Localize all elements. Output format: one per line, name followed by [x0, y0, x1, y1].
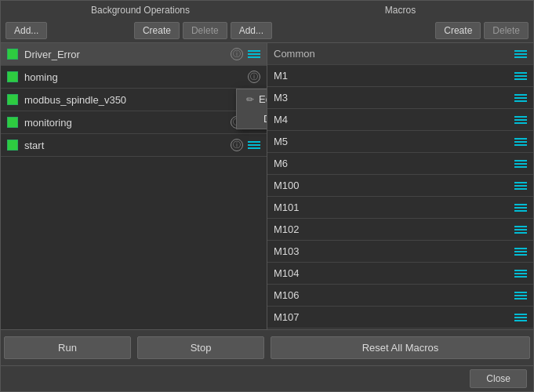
macro-name: M107	[274, 311, 510, 323]
hamburger-icon[interactable]	[514, 138, 527, 146]
macro-name: Common	[274, 48, 510, 60]
hamburger-icon[interactable]	[514, 248, 527, 256]
right-panel: Common M1 M3	[267, 43, 533, 329]
item-name: Driver_Error	[24, 49, 227, 60]
bottom-left: Run Stop	[1, 333, 267, 362]
hamburger-icon[interactable]	[514, 72, 527, 80]
macro-item[interactable]: M106	[267, 285, 533, 307]
macro-name: M3	[274, 92, 510, 103]
hamburger-icon[interactable]	[248, 50, 260, 58]
hamburger-icon[interactable]	[514, 292, 527, 299]
bg-ops-header: Background Operations	[91, 5, 190, 16]
bottom-right: Reset All Macros	[267, 333, 533, 362]
macro-item[interactable]: M107	[267, 307, 533, 328]
item-name: modbus_spindle_v350	[24, 94, 245, 106]
list-item[interactable]: start ⓘ	[1, 134, 267, 157]
status-indicator	[7, 71, 18, 82]
bg-add-button[interactable]: Add...	[5, 22, 47, 39]
list-item[interactable]: monitoring ⓘ	[1, 111, 267, 134]
header-row: Background Operations Macros	[1, 1, 533, 19]
macro-name: M5	[274, 136, 510, 147]
info-icon[interactable]: ⓘ	[248, 71, 260, 83]
bottom-row: Run Stop Reset All Macros	[1, 329, 533, 365]
close-row: Close	[1, 365, 533, 391]
info-icon[interactable]: ⓘ	[231, 139, 243, 151]
macro-item[interactable]: M100	[267, 175, 533, 197]
macro-name: M4	[274, 114, 510, 125]
info-icon[interactable]: ⓘ	[231, 48, 243, 60]
status-indicator	[7, 94, 18, 105]
stop-button[interactable]: Stop	[137, 336, 264, 359]
toolbar-left: Add... Create Delete Add...	[5, 22, 272, 39]
reset-all-macros-button[interactable]: Reset All Macros	[271, 336, 530, 359]
macro-name: M101	[274, 201, 510, 213]
macro-name: M6	[274, 158, 510, 169]
pencil-icon: ✏	[246, 94, 254, 105]
macro-item[interactable]: M3	[267, 87, 533, 109]
hamburger-icon[interactable]	[514, 182, 527, 190]
macro-name: M102	[274, 223, 510, 235]
hamburger-icon[interactable]	[248, 141, 260, 149]
macro-name: M103	[274, 245, 510, 257]
bg-ops-list: Driver_Error ⓘ homing ⓘ modbus_spindle_v…	[1, 43, 267, 329]
hamburger-icon[interactable]	[514, 160, 527, 168]
hamburger-icon[interactable]	[514, 50, 527, 58]
macro-item[interactable]: M104	[267, 263, 533, 285]
macro-create-button[interactable]: Create	[435, 22, 481, 39]
run-button[interactable]: Run	[4, 336, 131, 359]
macro-delete-button[interactable]: Delete	[484, 22, 529, 39]
macro-name: M104	[274, 267, 510, 279]
hamburger-icon[interactable]	[514, 116, 527, 124]
list-item[interactable]: homing ⓘ	[1, 66, 267, 89]
hamburger-icon[interactable]	[514, 94, 527, 102]
context-menu: ✏ Edit Delete	[236, 89, 267, 129]
context-delete-label: Delete	[263, 113, 267, 125]
macros-list[interactable]: Common M1 M3	[267, 43, 533, 329]
macro-name: M1	[274, 70, 510, 82]
macro-add-button[interactable]: Add...	[231, 22, 272, 39]
hamburger-icon[interactable]	[514, 226, 527, 234]
macro-item[interactable]: M101	[267, 197, 533, 219]
close-button[interactable]: Close	[470, 369, 527, 388]
item-name: start	[24, 140, 227, 151]
macro-name: M100	[274, 180, 510, 191]
macro-section-header[interactable]: Common	[267, 43, 533, 65]
hamburger-icon[interactable]	[514, 270, 527, 278]
left-panel: Driver_Error ⓘ homing ⓘ modbus_spindle_v…	[1, 43, 267, 329]
main-container: Background Operations Macros Add... Crea…	[0, 0, 534, 392]
macro-name: M106	[274, 289, 510, 301]
status-indicator	[7, 49, 18, 60]
toolbar-right: Create Delete	[275, 22, 529, 39]
macro-item[interactable]: M5	[267, 131, 533, 153]
list-item[interactable]: modbus_spindle_v350 ⓘ	[1, 89, 267, 111]
context-menu-delete[interactable]: Delete	[237, 109, 267, 129]
macro-item[interactable]: M4	[267, 109, 533, 131]
macro-item[interactable]: M102	[267, 219, 533, 241]
item-name: monitoring	[24, 117, 227, 129]
macro-item[interactable]: M1	[267, 65, 533, 87]
content-row: Driver_Error ⓘ homing ⓘ modbus_spindle_v…	[1, 43, 533, 329]
hamburger-icon[interactable]	[514, 204, 527, 212]
status-indicator	[7, 140, 18, 151]
status-indicator	[7, 117, 18, 128]
bg-delete-button[interactable]: Delete	[183, 22, 227, 39]
macros-header: Macros	[385, 5, 416, 16]
context-menu-edit[interactable]: ✏ Edit	[237, 89, 267, 109]
toolbar-row: Add... Create Delete Add... Create Delet…	[1, 19, 533, 43]
macro-item[interactable]: M6	[267, 153, 533, 175]
macro-item[interactable]: M103	[267, 241, 533, 263]
list-item[interactable]: Driver_Error ⓘ	[1, 43, 267, 66]
hamburger-icon[interactable]	[514, 314, 527, 321]
bg-create-button[interactable]: Create	[134, 22, 180, 39]
context-edit-label: Edit	[259, 93, 267, 105]
item-name: homing	[24, 71, 245, 83]
